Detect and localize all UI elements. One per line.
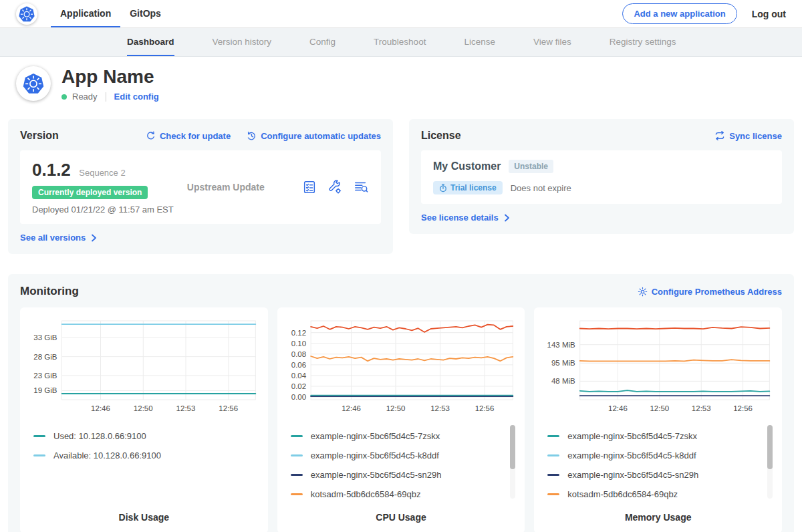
chart-card-memory-usage: 12:4612:5012:5312:56143 MiB95 MiB48 MiBe… <box>534 307 782 532</box>
memory-usage-chart: 12:4612:5012:5312:56143 MiB95 MiB48 MiB <box>542 315 774 416</box>
legend-item: kotsadm-5db6dc6584-69qbz <box>547 485 762 503</box>
sub-nav: DashboardVersion historyConfigTroublesho… <box>0 28 802 57</box>
legend-swatch <box>547 493 559 495</box>
see-license-details-link[interactable]: See license details <box>421 213 511 223</box>
chart-legend: Used: 10.128.0.66:9100Available: 10.128.… <box>28 424 260 503</box>
svg-text:0.00: 0.00 <box>291 393 305 401</box>
sync-license-link[interactable]: Sync license <box>714 131 782 141</box>
chart-legend: example-nginx-5bc6f5d4c5-7zskxexample-ng… <box>285 424 517 503</box>
top-nav-tab-gitops[interactable]: GitOps <box>120 0 170 27</box>
legend-label: Used: 10.128.0.66:9100 <box>53 431 146 441</box>
charts-row: 12:4612:5012:5312:5633 GiB28 GiB23 GiB19… <box>20 307 782 532</box>
refresh-icon <box>146 131 156 141</box>
deploy-logs-icon[interactable] <box>353 180 369 194</box>
add-application-button[interactable]: Add a new application <box>622 3 737 24</box>
sub-nav-tab-registry-settings[interactable]: Registry settings <box>610 28 676 56</box>
legend-item: example-nginx-5bc6f5d4c5-k8ddf <box>547 446 762 465</box>
legend-label: example-nginx-5bc6f5d4c5-sn29h <box>567 470 698 480</box>
app-status-row: Ready Edit config <box>61 92 159 102</box>
license-card-title: License <box>421 130 461 142</box>
check-for-update-link[interactable]: Check for update <box>146 131 231 141</box>
status-dot <box>61 94 67 100</box>
sync-license-label: Sync license <box>729 131 782 141</box>
sub-nav-tab-troubleshoot[interactable]: Troubleshoot <box>374 28 426 56</box>
disk-usage-chart: 12:4612:5012:5312:5633 GiB28 GiB23 GiB19… <box>28 315 260 416</box>
legend-label: example-nginx-5bc6f5d4c5-7zskx <box>567 431 697 441</box>
see-all-versions-label: See all versions <box>20 233 86 243</box>
svg-text:12:50: 12:50 <box>134 404 153 412</box>
legend-item: example-nginx-5bc6f5d4c5-7zskx <box>547 426 762 446</box>
legend-item: example-nginx-5bc6f5d4c5-k8ddf <box>291 446 505 465</box>
legend-item: Used: 10.128.0.66:9100 <box>33 426 248 446</box>
license-panel: My Customer Unstable Trial license Does … <box>421 150 782 204</box>
page-title: App Name <box>61 66 159 88</box>
sync-arrows-icon <box>714 131 725 140</box>
legend-item: Available: 10.128.0.66:9100 <box>33 446 248 465</box>
legend-swatch <box>547 454 559 456</box>
sub-nav-tab-version-history[interactable]: Version history <box>213 28 272 56</box>
svg-text:33 GiB: 33 GiB <box>33 334 57 342</box>
edit-config-link[interactable]: Edit config <box>114 92 159 102</box>
legend-swatch <box>33 435 45 437</box>
kubernetes-logo[interactable] <box>16 3 37 25</box>
top-nav-right: Add a new application Log out <box>622 0 786 27</box>
version-source: Upstream Update <box>187 182 302 192</box>
version-card-title: Version <box>20 130 59 142</box>
svg-text:19 GiB: 19 GiB <box>33 387 57 395</box>
svg-text:0.04: 0.04 <box>291 372 306 380</box>
channel-badge: Unstable <box>509 160 553 173</box>
legend-scrollbar[interactable] <box>767 425 773 499</box>
app-avatar <box>16 66 51 101</box>
top-nav-tabs: ApplicationGitOps <box>51 0 170 27</box>
scrollbar-thumb[interactable] <box>510 425 515 469</box>
scrollbar-thumb[interactable] <box>767 425 773 469</box>
top-nav-tab-application[interactable]: Application <box>51 0 120 27</box>
customer-name: My Customer <box>433 160 501 172</box>
legend-item: kotsadm-5db6dc6584-69qbz <box>291 485 505 503</box>
monitoring-title: Monitoring <box>20 285 79 298</box>
legend-swatch <box>547 474 559 476</box>
svg-text:143 MiB: 143 MiB <box>547 341 576 349</box>
svg-text:12:53: 12:53 <box>692 404 711 412</box>
see-all-versions-link[interactable]: See all versions <box>20 233 98 243</box>
preflight-checks-icon[interactable] <box>302 180 317 194</box>
svg-text:48 MiB: 48 MiB <box>551 378 575 386</box>
cpu-usage-chart: 12:4612:5012:5312:560.120.100.080.060.04… <box>285 315 517 416</box>
chart-title: Memory Usage <box>542 512 774 523</box>
svg-text:12:50: 12:50 <box>650 404 670 412</box>
configure-automatic-updates-label: Configure automatic updates <box>261 131 381 141</box>
configure-automatic-updates-link[interactable]: Configure automatic updates <box>247 131 381 141</box>
logout-link[interactable]: Log out <box>752 9 786 19</box>
configure-prometheus-link[interactable]: Configure Prometheus Address <box>638 287 782 297</box>
clock-refresh-icon <box>247 131 257 141</box>
legend-label: example-nginx-5bc6f5d4c5-7zskx <box>311 431 440 441</box>
svg-text:12:53: 12:53 <box>430 404 450 412</box>
check-for-update-label: Check for update <box>160 131 231 141</box>
divider <box>106 92 106 102</box>
svg-text:12:46: 12:46 <box>342 404 361 412</box>
version-sequence: Sequence 2 <box>79 168 125 178</box>
chart-title: CPU Usage <box>285 512 517 523</box>
status-text: Ready <box>72 92 98 102</box>
legend-scrollbar[interactable] <box>510 425 515 499</box>
legend-label: kotsadm-5db6dc6584-69qbz <box>567 489 678 499</box>
svg-text:0.06: 0.06 <box>291 361 305 369</box>
svg-text:23 GiB: 23 GiB <box>33 372 57 380</box>
sub-nav-tab-config[interactable]: Config <box>309 28 336 56</box>
svg-text:12:56: 12:56 <box>475 404 494 412</box>
legend-label: example-nginx-5bc6f5d4c5-k8ddf <box>567 450 696 460</box>
deployed-timestamp: Deployed 01/21/22 @ 11:57 am EST <box>32 205 187 215</box>
svg-text:0.08: 0.08 <box>291 350 305 358</box>
sub-nav-tab-dashboard[interactable]: Dashboard <box>127 28 174 56</box>
config-wrench-icon[interactable] <box>327 180 342 194</box>
svg-text:0.02: 0.02 <box>291 382 305 390</box>
legend-swatch <box>291 435 303 437</box>
sub-nav-tab-view-files[interactable]: View files <box>533 28 571 56</box>
see-license-details-label: See license details <box>421 213 499 223</box>
svg-text:12:56: 12:56 <box>219 404 238 412</box>
legend-swatch <box>291 474 303 476</box>
current-version-panel: 0.1.2 Sequence 2 Currently deployed vers… <box>20 150 381 224</box>
svg-text:12:56: 12:56 <box>734 404 753 412</box>
sub-nav-tab-license[interactable]: License <box>464 28 495 56</box>
legend-label: example-nginx-5bc6f5d4c5-k8ddf <box>311 450 439 460</box>
